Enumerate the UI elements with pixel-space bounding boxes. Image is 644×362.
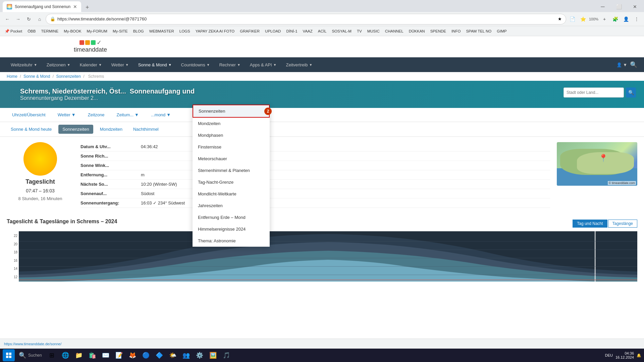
tab-zeitzone[interactable]: Zeitzone (83, 110, 110, 120)
dropdown-item-finsternisse[interactable]: Finsternisse (193, 141, 270, 153)
nav-weltzeituhr[interactable]: Weltzeituhr ▼ (7, 57, 41, 72)
breadcrumb-sonnenzeiten[interactable]: Sonnenzeiten (56, 74, 80, 79)
bookmark-button[interactable]: ⭐ (578, 14, 588, 24)
tab-close-button[interactable]: ✕ (73, 4, 77, 9)
nav-zeitvertreib[interactable]: Zeitvertreib ▼ (282, 57, 316, 72)
bookmark-info[interactable]: INFO (449, 28, 463, 34)
dropdown-item-himmelsereignisse[interactable]: Himmelsereignisse 2024 (193, 223, 270, 235)
bookmark-pocket[interactable]: 📌 Pocket (3, 28, 24, 34)
dropdown-item-tag-nacht-grenze[interactable]: Tag-Nacht-Grenze (193, 176, 270, 188)
bookmark-upload[interactable]: UPLOAD (263, 28, 283, 34)
bookmark-gimp[interactable]: GIMP (495, 28, 508, 34)
tab-wetter[interactable]: Wetter ▼ (52, 110, 81, 120)
tab-zeitum[interactable]: Zeitum... ▼ (111, 110, 144, 120)
sub-tab-sonne-mond-heute[interactable]: Sonne & Mond heute (7, 125, 56, 134)
bookmark-myforum[interactable]: My-FORUM (85, 28, 109, 34)
nav-zeitzonen[interactable]: Zeitzonen ▼ (43, 57, 74, 72)
minimize-button[interactable]: ─ (595, 1, 610, 12)
bookmark-sosyal[interactable]: SOSYAL-M (330, 28, 354, 34)
dropdown-item-thema-astronomie[interactable]: Thema: Astronomie (193, 235, 270, 247)
sub-tab-nachthimmel[interactable]: Nachthimmel (129, 125, 163, 134)
nav-rechner[interactable]: Rechner ▼ (215, 57, 245, 72)
taskbar-mail[interactable]: ✉️ (100, 349, 112, 361)
bookmark-dini[interactable]: DİNİ-1 (284, 28, 299, 34)
dropdown-item-meteorschauer[interactable]: Meteorschauer (193, 153, 270, 165)
taskbar-weather[interactable]: 🌤️ (167, 349, 179, 361)
taskbar-search[interactable]: 🔍 Suchen (16, 349, 45, 361)
bookmark-channel[interactable]: CHANNEL (383, 28, 406, 34)
star-icon[interactable]: ★ (558, 16, 562, 21)
bookmark-music[interactable]: MUSIC (365, 28, 382, 34)
bookmark-obb[interactable]: ÖBB (25, 28, 38, 34)
maximize-button[interactable]: ⬜ (611, 1, 627, 12)
nav-sonne-mond[interactable]: Sonne & Mond ▼ (134, 57, 176, 72)
taskbar-firefox[interactable]: 🦊 (126, 349, 139, 361)
logo[interactable]: ✓ timeanddate (74, 40, 107, 53)
browser-tab[interactable]: 🌅 Sonnenaufgang und Sonnenun ✕ (3, 1, 81, 12)
reader-mode-button[interactable]: 📄 (568, 14, 577, 24)
menu-button[interactable]: ⋮ (632, 14, 641, 24)
bookmark-mybook[interactable]: My-BOOK (62, 28, 83, 34)
bookmark-grafiker[interactable]: GRAFIKER (238, 28, 262, 34)
taskbar-word[interactable]: 📝 (113, 349, 125, 361)
profile-button[interactable]: 👤 (621, 14, 631, 24)
back-button[interactable]: ← (3, 14, 12, 24)
taskbar-edge[interactable]: 🌐 (59, 349, 71, 361)
city-search-input[interactable] (564, 87, 624, 98)
dropdown-item-mondzeiten[interactable]: Mondzeiten (193, 118, 270, 129)
extensions-button[interactable]: 🧩 (610, 14, 620, 24)
taskbar-edge2[interactable]: 🔷 (153, 349, 165, 361)
nav-apps[interactable]: Apps & API ▼ (246, 57, 281, 72)
taskbar-notifications[interactable]: 🔔 (637, 353, 641, 358)
close-window-button[interactable]: ✕ (627, 1, 643, 12)
taskbar-chrome[interactable]: 🔵 (140, 349, 152, 361)
taskbar-task-view[interactable]: ⊞ (46, 349, 58, 361)
new-tab-button[interactable]: + (83, 3, 92, 12)
user-menu[interactable]: 👤 ▼ (616, 62, 627, 67)
dropdown-item-sonnenzeiten[interactable]: Sonnenzeiten 2 (193, 105, 270, 118)
dropdown-item-mondphasen[interactable]: Mondphasen (193, 129, 270, 141)
chart-btn-tageslaenge[interactable]: Tageslänge (608, 220, 637, 228)
sub-tab-sonnenzeiten[interactable]: Sonnenzeiten (58, 125, 93, 134)
taskbar-teams[interactable]: 👥 (180, 349, 192, 361)
bookmark-webmaster[interactable]: WEBMASTER (147, 28, 176, 34)
nav-wetter[interactable]: Wetter ▼ (107, 57, 133, 72)
zoom-in-button[interactable]: + (600, 14, 609, 24)
dropdown-item-jahreszeiten[interactable]: Jahreszeiten (193, 200, 270, 212)
sonne-mond-dropdown[interactable]: Sonnenzeiten 2 Mondzeiten Mondphasen Fin… (193, 105, 270, 247)
start-button[interactable] (3, 349, 15, 361)
bookmark-termine[interactable]: TERMINE (39, 28, 60, 34)
taskbar-photos[interactable]: 🖼️ (207, 349, 219, 361)
address-bar[interactable]: 🔒 https://www.timeanddate.de/sonne/@7871… (46, 14, 566, 24)
dropdown-item-sternenhimmel[interactable]: Sternenhimmel & Planeten (193, 165, 270, 176)
bookmark-dukkan[interactable]: DÜKKAN (407, 28, 427, 34)
bookmark-vaaz[interactable]: VAAZ (301, 28, 315, 34)
nav-kalender[interactable]: Kalender ▼ (76, 57, 106, 72)
dropdown-item-mondlicht[interactable]: Mondlicht-Weltkarte (193, 188, 270, 200)
bookmark-spam-tel[interactable]: SPAM TEL NO (464, 28, 493, 34)
reload-button[interactable]: ↻ (24, 14, 34, 24)
bookmark-spende[interactable]: SPENDE (428, 28, 448, 34)
tab-uhrzeit[interactable]: Uhrzeit/Übersicht (7, 110, 51, 120)
taskbar-app1[interactable]: 🎵 (220, 349, 232, 361)
bookmark-mysite[interactable]: My-SITE (111, 28, 130, 34)
breadcrumb-home[interactable]: Home (7, 74, 17, 79)
breadcrumb-sonne-mond[interactable]: Sonne & Mond (23, 74, 50, 79)
sub-tab-mondzeiten[interactable]: Mondzeiten (96, 125, 126, 134)
forward-button[interactable]: → (13, 14, 23, 24)
bookmark-tv[interactable]: TV (355, 28, 364, 34)
nav-search-button[interactable]: 🔍 (630, 61, 637, 68)
city-search-button[interactable]: 🔍 (626, 87, 636, 98)
bookmark-acil[interactable]: ACİL (316, 28, 329, 34)
chart-btn-tag-nacht[interactable]: Tag und Nacht (573, 220, 607, 228)
nav-countdowns[interactable]: Countdowns ▼ (177, 57, 214, 72)
taskbar-settings[interactable]: ⚙️ (194, 349, 206, 361)
tab-mond[interactable]: ...mond ▼ (146, 110, 176, 120)
taskbar-files[interactable]: 📁 (73, 349, 85, 361)
bookmark-logs[interactable]: LOGS (177, 28, 192, 34)
bookmark-blog[interactable]: BLOG (131, 28, 146, 34)
home-button[interactable]: ⌂ (35, 14, 44, 24)
bookmark-ai-foto[interactable]: YAPAY ZEKA AI FOTO (194, 28, 237, 34)
taskbar-store[interactable]: 🛍️ (86, 349, 98, 361)
dropdown-item-entfernung-erde[interactable]: Entfernung Erde – Mond (193, 212, 270, 223)
